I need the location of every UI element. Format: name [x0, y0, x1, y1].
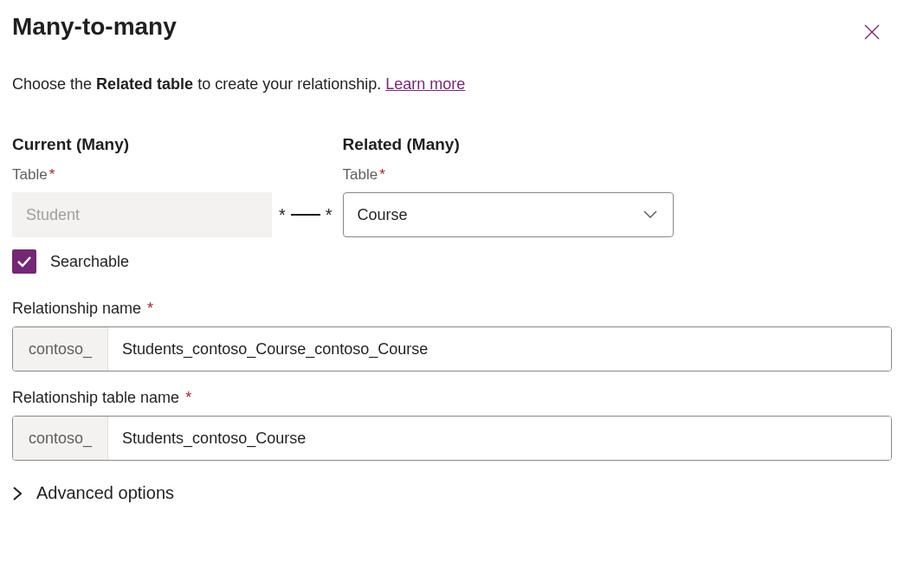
connector-line-icon — [291, 214, 320, 216]
dialog-title: Many-to-many — [12, 12, 177, 42]
current-heading: Current (Many) — [12, 135, 272, 154]
related-heading: Related (Many) — [343, 135, 674, 154]
advanced-options-label: Advanced options — [36, 483, 174, 503]
multiplicity-right: * — [326, 205, 333, 225]
relationship-name-label: Relationship name * — [12, 300, 892, 318]
relationship-name-prefix: contoso_ — [13, 327, 108, 371]
relationship-table-name-label: Relationship table name * — [12, 389, 892, 407]
chevron-right-icon — [12, 486, 23, 501]
current-table-label: Table* — [12, 166, 272, 184]
close-button[interactable] — [857, 17, 887, 49]
check-icon — [17, 255, 31, 268]
relation-connector: * * — [272, 192, 339, 237]
description-text: Choose the Related table to create your … — [12, 75, 892, 94]
relationship-name-field: contoso_ — [12, 326, 892, 372]
multiplicity-left: * — [279, 205, 286, 225]
close-icon — [864, 24, 880, 40]
related-table-select[interactable]: Course — [343, 192, 674, 237]
advanced-options-toggle[interactable]: Advanced options — [12, 483, 892, 503]
description-prefix: Choose the — [12, 75, 96, 93]
relationship-table-name-input[interactable] — [108, 417, 891, 460]
related-table-label: Table* — [343, 166, 674, 184]
searchable-checkbox[interactable] — [12, 249, 36, 274]
relationship-table-name-field: contoso_ — [12, 416, 892, 461]
current-table-value: Student — [12, 192, 272, 237]
description-bold: Related table — [96, 75, 193, 93]
learn-more-link[interactable]: Learn more — [385, 75, 465, 93]
description-suffix: to create your relationship. — [193, 75, 385, 93]
related-table-value: Course — [358, 206, 408, 224]
relationship-name-input[interactable] — [108, 327, 891, 371]
searchable-label: Searchable — [50, 253, 129, 271]
chevron-down-icon — [643, 210, 657, 219]
relationship-table-name-prefix: contoso_ — [13, 417, 108, 460]
